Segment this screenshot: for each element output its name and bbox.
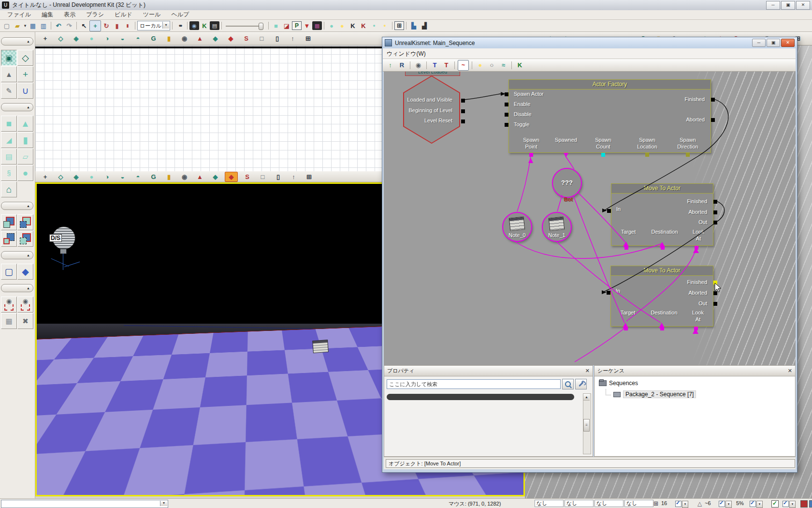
- viewport-pan-icon[interactable]: +: [39, 34, 51, 43]
- lighting-only-icon[interactable]: ◓: [132, 34, 144, 43]
- lighting-only-icon[interactable]: ◓: [132, 172, 144, 181]
- csg-intersect-button[interactable]: [1, 231, 17, 247]
- misc-tool-button[interactable]: ✖: [17, 313, 33, 329]
- unlit-mode-icon[interactable]: ●: [86, 34, 98, 43]
- coord-system-combo[interactable]: ローカル: [137, 21, 170, 30]
- unreal-square-icon[interactable]: □: [256, 34, 268, 43]
- wireframe-mode-icon[interactable]: ◇: [55, 172, 67, 181]
- input-port-in[interactable]: [607, 209, 611, 213]
- cone-brush-button[interactable]: ▲: [17, 116, 33, 132]
- linear-stair-brush-button[interactable]: ▤: [1, 149, 17, 164]
- toolbar-separator[interactable]: [221, 22, 222, 30]
- terrain-mode-button[interactable]: ▲: [1, 66, 17, 82]
- toolbar-separator[interactable]: [324, 22, 324, 30]
- toolbar-separator[interactable]: [51, 22, 51, 30]
- open-curve-editor-icon[interactable]: ~: [458, 60, 469, 71]
- minimize-button[interactable]: ─: [766, 1, 780, 10]
- input-port-toggle[interactable]: [505, 123, 508, 127]
- menu-edit[interactable]: 編集: [36, 11, 58, 19]
- detail-lighting-icon[interactable]: ◒: [116, 172, 129, 181]
- scale-snap-dropdown[interactable]: ▾: [756, 501, 763, 508]
- wireframe-mode-icon[interactable]: ◇: [55, 34, 67, 43]
- kismet-menu-window[interactable]: ウィンドウ(W): [383, 48, 796, 59]
- content-browser-icon[interactable]: ◉: [189, 21, 199, 30]
- camera-mode-button[interactable]: ▣: [1, 50, 17, 66]
- lightmap-density-icon[interactable]: ◆: [209, 34, 221, 43]
- light-complexity-icon[interactable]: ▲: [194, 172, 206, 181]
- translate-widget-button[interactable]: +: [17, 66, 33, 82]
- output-port-finished[interactable]: [713, 200, 717, 204]
- status-field[interactable]: なし: [624, 500, 653, 507]
- var-port-target[interactable]: [624, 327, 628, 330]
- camera-speed-slider[interactable]: [224, 21, 266, 31]
- toolbar-separator[interactable]: [76, 22, 77, 30]
- detail-lighting-icon[interactable]: ◒: [116, 34, 129, 43]
- show-flags-icon[interactable]: ◉: [178, 34, 190, 43]
- viewport-pan-icon[interactable]: +: [39, 172, 51, 181]
- path-tool-icon[interactable]: K: [348, 21, 358, 31]
- open-kismet-icon[interactable]: K: [199, 21, 210, 31]
- play-on-device-icon[interactable]: ▼: [302, 21, 312, 31]
- lightmap-density-icon[interactable]: ◆: [209, 172, 221, 181]
- var-port-destination[interactable]: [660, 327, 664, 330]
- input-port-spawn-actor[interactable]: [505, 92, 508, 96]
- hide-selected-button[interactable]: ◉: [17, 297, 33, 313]
- hide-connectors-icon[interactable]: ◉: [413, 60, 423, 70]
- rotation-snap-dropdown[interactable]: ▾: [725, 501, 732, 508]
- close-button[interactable]: ✕: [796, 1, 810, 10]
- status-field[interactable]: なし: [535, 500, 564, 507]
- visibility-section-header[interactable]: [1, 284, 33, 292]
- rotate-tool-icon[interactable]: ↻: [101, 21, 112, 31]
- var-port-spawn-location[interactable]: [645, 153, 649, 157]
- toolbar-separator[interactable]: [511, 61, 512, 69]
- var-port-spawn-point[interactable]: [529, 153, 533, 157]
- rotation-snap-checkbox[interactable]: [719, 501, 725, 507]
- build-geometry-icon[interactable]: ■: [271, 21, 281, 31]
- grid-snap-dropdown[interactable]: ▾: [682, 501, 688, 508]
- toolbar-separator[interactable]: [410, 61, 410, 69]
- actor-icon[interactable]: ▯: [272, 172, 284, 181]
- scale-nonuniform-icon[interactable]: ▮: [122, 21, 133, 31]
- stamp-icon[interactable]: ▟: [419, 21, 430, 31]
- zoom-to-selected-icon[interactable]: T: [430, 60, 440, 70]
- menu-file[interactable]: ファイル: [2, 11, 36, 19]
- tree-item-package[interactable]: Package_2 - Sequence [7]: [606, 390, 696, 398]
- event-output-port[interactable]: [461, 120, 465, 123]
- scale-snap-checkbox[interactable]: [750, 501, 756, 507]
- search-button[interactable]: [562, 379, 574, 389]
- menu-help[interactable]: ヘルプ: [166, 11, 194, 19]
- toolbar-separator[interactable]: [454, 61, 455, 69]
- properties-search-input[interactable]: [387, 379, 561, 389]
- csg-subtract-button[interactable]: [17, 214, 33, 230]
- var-port-spawn-count[interactable]: [601, 153, 605, 157]
- freeform-select-button[interactable]: ◆: [17, 264, 33, 280]
- sheet-brush-button[interactable]: ▱: [17, 149, 33, 164]
- game-view-icon[interactable]: S: [241, 172, 253, 181]
- note-actor-sprite[interactable]: [312, 340, 329, 353]
- brush-wireframe-mode-icon[interactable]: ◈: [70, 34, 82, 43]
- shader-complexity-icon[interactable]: ◆: [225, 34, 237, 43]
- texture-density-icon[interactable]: G: [147, 172, 160, 181]
- build-all-icon[interactable]: ▩: [312, 21, 322, 30]
- output-port-aborted[interactable]: [711, 118, 715, 122]
- advanced-search-button[interactable]: [575, 379, 587, 389]
- game-view-icon[interactable]: S: [240, 34, 252, 43]
- status-combo[interactable]: [1, 500, 168, 508]
- scrollbar-thumb[interactable]: ≡: [583, 419, 590, 432]
- note-actor-sprite[interactable]: [104, 352, 122, 367]
- menu-tools[interactable]: ツール: [138, 11, 166, 19]
- event-output-port[interactable]: [461, 99, 465, 103]
- zoom-to-fit-icon[interactable]: T: [441, 60, 451, 70]
- save-all-icon[interactable]: ▥: [38, 21, 49, 31]
- scale-uniform-icon[interactable]: ▮: [112, 21, 122, 31]
- csg-section-header[interactable]: [1, 202, 33, 210]
- category-bar[interactable]: [387, 394, 574, 400]
- play-in-editor-icon[interactable]: P: [292, 21, 302, 30]
- menu-brush[interactable]: ブラシ: [81, 11, 109, 19]
- csg-add-button[interactable]: [1, 214, 17, 230]
- light-complexity-icon[interactable]: ▲: [194, 34, 206, 43]
- unlit-mode-icon[interactable]: ●: [86, 172, 98, 181]
- deploy-icon[interactable]: ▙: [408, 21, 419, 31]
- toolbar-separator[interactable]: [172, 22, 173, 30]
- note0-variable[interactable]: Note_0: [502, 212, 532, 242]
